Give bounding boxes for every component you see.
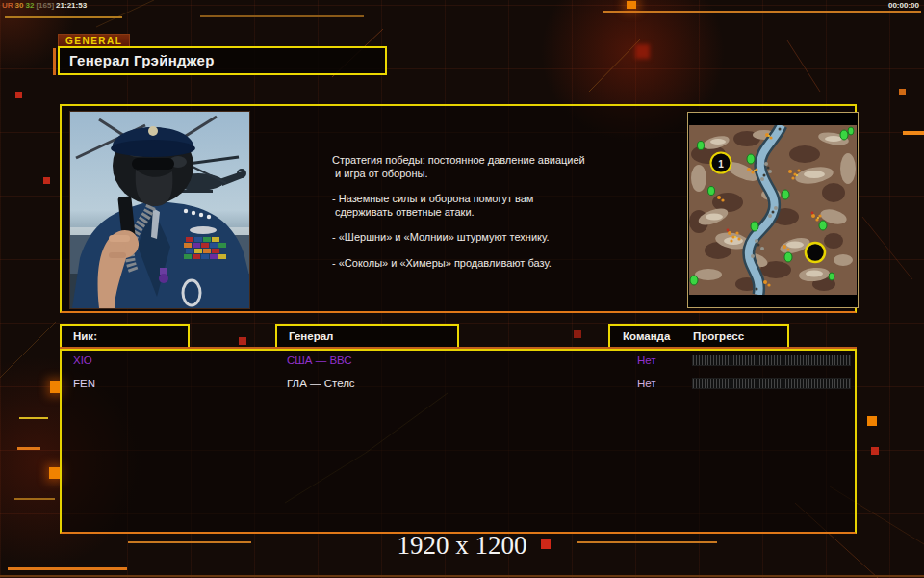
decor-square: [15, 92, 22, 98]
debug-seg: 32: [25, 1, 34, 10]
strategy-briefing: Стратегия победы: постоянное давление ав…: [332, 154, 650, 282]
player-general: ГЛА — Стелс: [287, 378, 355, 390]
player-team: Нет: [637, 378, 656, 390]
decor-line: [17, 447, 40, 450]
player-team: Нет: [637, 355, 656, 367]
briefing-paragraph: - Наземные силы и оборона помогут вам сд…: [332, 193, 650, 219]
debug-seg: 30: [15, 1, 24, 10]
decor-line: [14, 498, 55, 500]
decor-line: [5, 16, 122, 18]
debug-clock: 21:21:53: [56, 1, 87, 10]
header-label: Ник:: [73, 326, 97, 347]
minimap: 1: [687, 112, 859, 308]
decor-square: [43, 177, 50, 184]
svg-text:1: 1: [718, 159, 724, 170]
tab-general[interactable]: GENERAL: [58, 34, 130, 47]
minimap-start-position-2: [806, 243, 825, 262]
decor-square: [574, 330, 581, 338]
decor-square: [899, 89, 906, 95]
decor-line: [603, 11, 921, 13]
player-general: США — ВВС: [287, 355, 352, 367]
page-title: Генерал Грэйнджер: [58, 46, 387, 75]
column-header-nick: Ник:: [60, 324, 190, 349]
decor-square: [239, 337, 246, 345]
resolution-label: 1920 x 1200: [0, 531, 924, 561]
decor-square: [871, 447, 879, 455]
briefing-paragraph: - «Соколы» и «Химеры» продавливают базу.: [332, 257, 650, 271]
decor-line: [19, 417, 48, 419]
decor-line: [8, 567, 127, 570]
general-portrait-image: [70, 112, 249, 308]
decor-square: [635, 44, 650, 59]
debug-seg: UR: [2, 1, 13, 10]
column-header-team-progress: Команда Прогресс: [608, 324, 789, 349]
decor-line: [0, 575, 924, 577]
header-label: Команда: [623, 326, 670, 347]
briefing-paragraph: - «Шершни» и «Молнии» штурмуют технику.: [332, 231, 650, 245]
minimap-start-position-1: 1: [711, 153, 732, 173]
decor-line: [903, 131, 924, 135]
briefing-paragraph: Стратегия победы: постоянное давление ав…: [332, 154, 650, 180]
decor-square: [867, 416, 877, 426]
debug-seg: [165]: [36, 1, 54, 10]
column-header-general: Генерал: [275, 324, 459, 349]
match-timer: 00:00:00: [888, 1, 919, 10]
debug-stats: UR3032[165]21:21:53: [2, 1, 89, 10]
decor-line: [200, 15, 364, 17]
header-label: Генерал: [289, 326, 333, 347]
player-nick: FEN: [73, 378, 95, 390]
decor-square: [627, 1, 636, 9]
players-panel: [60, 349, 857, 534]
player-progress-bar: [692, 355, 851, 366]
general-portrait: [69, 111, 250, 309]
minimap-image: 1: [689, 125, 857, 295]
header-label: Прогресс: [693, 326, 744, 347]
player-nick: XIO: [73, 355, 92, 367]
decor-line: [53, 48, 56, 75]
player-progress-bar: [692, 378, 851, 389]
